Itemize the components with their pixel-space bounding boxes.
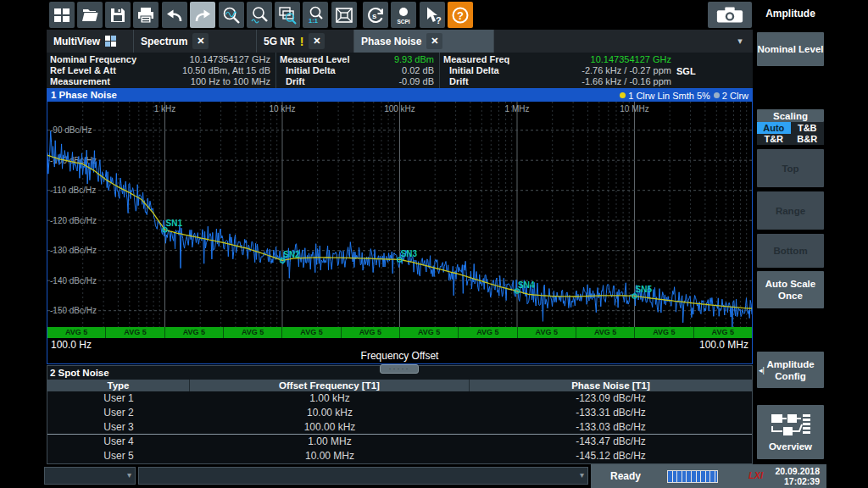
- scaling-option-group: Auto T&B T&R B&R: [757, 122, 824, 145]
- softkey-menu-title: Amplitude: [754, 8, 826, 19]
- status-field-left[interactable]: ▾: [44, 467, 136, 485]
- scaling-option-top-bottom[interactable]: T&B: [791, 122, 825, 134]
- info-value: 10.50 dBm, Att 15 dB: [182, 65, 270, 76]
- svg-text:SN2: SN2: [283, 250, 300, 259]
- avg-segment: AVG 5: [342, 327, 400, 338]
- redo-button[interactable]: [190, 2, 215, 28]
- scpi-recorder-button[interactable]: SCPI: [391, 2, 416, 28]
- scaling-option-bottom-range[interactable]: B&R: [791, 134, 825, 146]
- softkey-amplitude-config[interactable]: ◂| Amplitude Config: [757, 352, 824, 388]
- toolbar: 1:1sSCPI??: [47, 0, 753, 30]
- spot-noise-row[interactable]: User 11.00 kHz-123.09 dBc/Hz: [47, 391, 752, 406]
- legend-item: 1 Clrw Lin Smth 5%: [620, 91, 710, 101]
- spot-type-cell: User 3: [47, 420, 190, 434]
- info-column-3: Measured Freq10.147354127 GHzInitial Del…: [439, 53, 676, 88]
- svg-text:10 MHz: 10 MHz: [620, 104, 648, 114]
- info-label: Measured Freq: [443, 54, 509, 65]
- continuous-sweep-button[interactable]: s: [363, 2, 388, 28]
- spot-noise-row[interactable]: User 510.00 MHz-145.12 dBc/Hz: [47, 449, 752, 463]
- tab-label: Phase Noise: [361, 36, 421, 47]
- info-value: 9.93 dBm: [394, 54, 434, 65]
- fullscreen-button[interactable]: [331, 2, 357, 28]
- spot-noise-window: 2 Spot Noise TypeOffset Frequency [T1]Ph…: [47, 365, 753, 464]
- softkey-nominal-level[interactable]: Nominal Level: [757, 32, 824, 66]
- open-file-button[interactable]: [77, 2, 103, 28]
- softkey-top: Top: [757, 149, 824, 187]
- scaling-option-auto[interactable]: Auto: [757, 122, 791, 134]
- info-value: 10.147354127 GHz: [591, 54, 671, 65]
- windows-icon: [52, 5, 72, 25]
- phase-noise-window-header[interactable]: 1 Phase Noise 1 Clrw Lin Smth 5%2 Clrw: [47, 89, 752, 102]
- screenshot-camera-icon: [715, 6, 744, 25]
- tab-close-button[interactable]: ✕: [309, 33, 325, 49]
- windows-button[interactable]: [49, 2, 75, 28]
- spot-noise-row[interactable]: User 210.00 kHz-133.31 dBc/Hz: [47, 406, 752, 420]
- zoom-1to1-icon: 1:1: [305, 5, 326, 25]
- spot-phase-noise-cell: -123.09 dBc/Hz: [470, 391, 752, 406]
- tab-phase-noise[interactable]: Phase Noise✕: [354, 30, 494, 53]
- tab-multiview[interactable]: MultiView: [47, 30, 134, 53]
- dropdown-caret-icon: ▾: [127, 470, 131, 480]
- zoom-trace-button[interactable]: [219, 2, 244, 28]
- lxi-logo: LXI: [748, 470, 763, 480]
- dropdown-caret-icon: ▾: [580, 470, 584, 480]
- trace-color-dot: [714, 92, 720, 98]
- tab-close-button[interactable]: ✕: [192, 33, 209, 49]
- svg-text:-150 dBc/Hz: -150 dBc/Hz: [50, 306, 97, 315]
- zoom-area-button[interactable]: [247, 2, 272, 28]
- avg-segment: AVG 5: [165, 327, 224, 338]
- sweep-segment-bar: AVG 5AVG 5AVG 5AVG 5AVG 5AVG 5AVG 5AVG 5…: [47, 327, 752, 338]
- info-label: Nominal Frequency: [50, 54, 136, 65]
- window-splitter-handle[interactable]: ·····: [380, 364, 419, 374]
- multi-window-zoom-button[interactable]: [275, 2, 300, 28]
- spot-offset-cell: 100.00 kHz: [190, 420, 470, 434]
- svg-text:-110 dBc/Hz: -110 dBc/Hz: [50, 186, 96, 195]
- info-row: Drift-0.09 dB: [276, 76, 439, 87]
- spot-noise-row[interactable]: User 3100.00 kHz-133.03 dBc/Hz: [47, 420, 752, 435]
- spot-type-cell: User 4: [47, 435, 190, 449]
- help-button[interactable]: ?: [448, 2, 473, 28]
- save-button[interactable]: [105, 2, 131, 28]
- zoom-1to1-button[interactable]: 1:1: [303, 2, 328, 28]
- scaling-option-top-range[interactable]: T&R: [757, 134, 791, 146]
- softkey-bottom: Bottom: [757, 234, 824, 268]
- avg-segment: AVG 5: [518, 327, 576, 338]
- svg-text:-120 dBc/Hz: -120 dBc/Hz: [50, 216, 97, 225]
- phase-noise-chart[interactable]: 1 kHz10 kHz100 kHz1 MHz10 MHz-90 dBc/Hz-…: [47, 102, 752, 327]
- tab-list-dropdown[interactable]: ▾: [732, 33, 748, 48]
- phase-noise-window: 1 Phase Noise 1 Clrw Lin Smth 5%2 Clrw 1…: [47, 88, 753, 364]
- info-row: Initial Delta0.02 dB: [276, 65, 439, 76]
- undo-button[interactable]: [162, 2, 187, 28]
- context-help-button[interactable]: ?: [420, 2, 445, 28]
- screenshot-camera-button[interactable]: [708, 2, 752, 28]
- spot-noise-row[interactable]: User 41.00 MHz-143.47 dBc/Hz: [47, 435, 752, 449]
- svg-text:-90 dBc/Hz: -90 dBc/Hz: [50, 125, 92, 135]
- status-right-panel: Ready LXI 20.09.2018 17:02:39: [591, 464, 826, 488]
- info-row: Nominal Frequency10.147354127 GHz: [47, 54, 275, 65]
- continuous-sweep-icon: s: [365, 5, 386, 25]
- spot-offset-cell: 1.00 MHz: [190, 435, 470, 449]
- softkey-auto-scale-once[interactable]: Auto Scale Once: [757, 271, 824, 308]
- info-row: Measured Freq10.147354127 GHz: [440, 54, 676, 65]
- svg-text:SN4: SN4: [518, 280, 535, 290]
- tab-5g-nr[interactable]: 5G NR!✕: [257, 30, 354, 53]
- softkey-overview[interactable]: Overview: [757, 405, 824, 459]
- tab-close-button[interactable]: ✕: [426, 33, 442, 49]
- multi-window-zoom-icon: [277, 5, 298, 25]
- softkey-label: Overview: [769, 441, 812, 452]
- svg-text:100 kHz: 100 kHz: [384, 104, 415, 114]
- spot-offset-cell: 10.00 MHz: [190, 449, 470, 463]
- avg-segment: AVG 5: [400, 327, 459, 338]
- info-label: Initial Delta: [443, 65, 499, 76]
- spot-noise-column-header: Phase Noise [T1]: [470, 380, 752, 391]
- print-button[interactable]: [133, 2, 159, 28]
- fullscreen-icon: [334, 5, 354, 25]
- tab-label: MultiView: [53, 36, 100, 47]
- undo-icon: [164, 5, 185, 25]
- status-field-message[interactable]: ▾: [138, 467, 588, 485]
- info-label: Drift: [280, 76, 305, 87]
- info-label: Ref Level & Att: [50, 65, 116, 76]
- tab-spectrum[interactable]: Spectrum✕: [134, 30, 257, 53]
- svg-text:s: s: [372, 11, 376, 20]
- analyzer-screen: 1:1sSCPI?? Phase Noise✕5G NR!✕Spectrum✕M…: [0, 0, 868, 488]
